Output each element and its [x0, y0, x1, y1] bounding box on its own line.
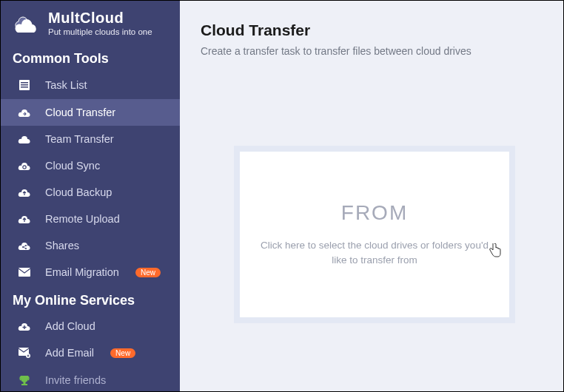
sidebar-item-add-cloud[interactable]: Add Cloud	[1, 313, 180, 339]
logo[interactable]: MultCloud Put multiple clouds into one	[1, 5, 180, 44]
email-icon	[17, 267, 32, 277]
multcloud-logo-icon	[11, 12, 41, 34]
sidebar-item-email-migration[interactable]: Email Migration New	[1, 259, 180, 285]
from-heading: FROM	[341, 201, 408, 225]
sidebar-item-team-transfer[interactable]: Team Transfer	[1, 126, 180, 152]
from-drop-panel[interactable]: FROM Click here to select the cloud driv…	[234, 146, 515, 323]
cloud-team-icon	[17, 133, 32, 145]
add-cloud-icon	[17, 320, 32, 332]
list-icon	[17, 78, 32, 92]
sidebar-item-remote-upload[interactable]: Remote Upload	[1, 206, 180, 232]
svg-rect-8	[19, 268, 30, 277]
brand-name: MultCloud	[48, 10, 152, 26]
svg-rect-11	[24, 382, 26, 384]
sidebar-item-task-list[interactable]: Task List	[1, 71, 180, 99]
svg-rect-12	[21, 384, 27, 385]
sidebar-item-label: Email Migration	[45, 266, 119, 278]
brand-tagline: Put multiple clouds into one	[48, 27, 152, 36]
cloud-sync-icon	[17, 160, 32, 172]
svg-rect-1	[21, 82, 28, 84]
svg-rect-3	[21, 87, 28, 88]
cloud-transfer-icon	[17, 107, 32, 118]
svg-rect-2	[21, 84, 28, 86]
section-common-tools: Common Tools	[1, 44, 180, 71]
sidebar-item-label: Team Transfer	[45, 133, 114, 145]
upload-icon	[17, 213, 32, 225]
sidebar-item-cloud-sync[interactable]: Cloud Sync	[1, 152, 180, 179]
page-subtitle: Create a transfer task to transfer files…	[201, 45, 548, 57]
sidebar-item-label: Invite friends	[45, 374, 106, 386]
share-icon	[17, 240, 32, 251]
sidebar-item-label: Remote Upload	[45, 213, 120, 225]
page-title: Cloud Transfer	[201, 21, 548, 39]
sidebar-item-label: Add Cloud	[45, 320, 95, 332]
main-content: Cloud Transfer Create a transfer task to…	[180, 1, 563, 391]
sidebar-item-label: Cloud Backup	[45, 186, 112, 198]
from-description: Click here to select the cloud drives or…	[261, 238, 489, 267]
sidebar-item-label: Shares	[45, 240, 79, 251]
sidebar-item-invite-friends[interactable]: Invite friends	[1, 366, 180, 392]
new-badge: New	[135, 268, 161, 277]
sidebar-item-cloud-transfer[interactable]: Cloud Transfer	[1, 99, 180, 126]
add-email-icon	[17, 347, 32, 359]
sidebar-item-cloud-backup[interactable]: Cloud Backup	[1, 179, 180, 206]
section-online-services: My Online Services	[1, 285, 180, 313]
cloud-backup-icon	[17, 186, 32, 198]
sidebar-item-label: Add Email	[45, 347, 94, 359]
trophy-icon	[17, 374, 32, 387]
pointer-cursor-icon	[489, 242, 502, 261]
new-badge: New	[110, 348, 135, 358]
sidebar-item-label: Task List	[45, 79, 87, 91]
sidebar: MultCloud Put multiple clouds into one C…	[1, 1, 180, 391]
sidebar-item-add-email[interactable]: Add Email New	[1, 339, 180, 366]
sidebar-item-label: Cloud Sync	[45, 160, 100, 172]
sidebar-item-shares[interactable]: Shares	[1, 232, 180, 259]
sidebar-item-label: Cloud Transfer	[45, 107, 115, 118]
